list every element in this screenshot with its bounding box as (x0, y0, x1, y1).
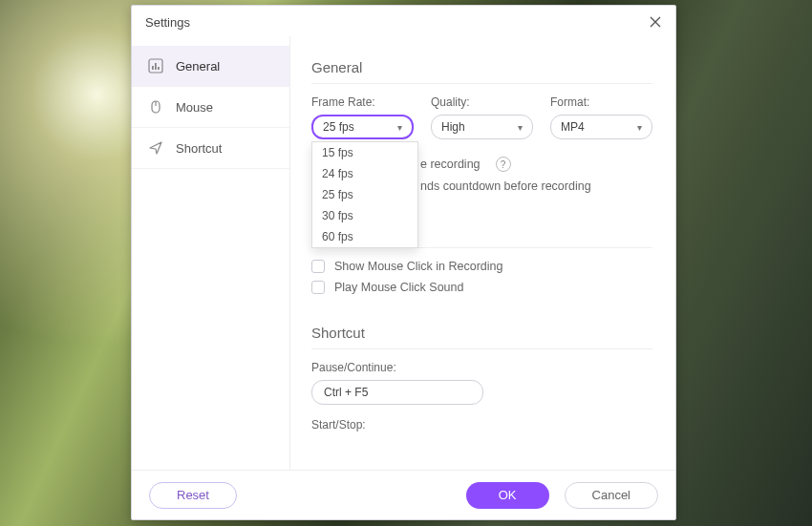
svg-rect-2 (155, 63, 157, 70)
window-title: Settings (145, 15, 190, 30)
section-heading-shortcut: Shortcut (311, 325, 652, 341)
frame-rate-option[interactable]: 15 fps (312, 142, 417, 163)
help-icon[interactable]: ? (496, 157, 511, 172)
countdown-row: nds countdown before recording (420, 179, 652, 193)
frame-rate-option[interactable]: 60 fps (312, 226, 417, 247)
quality-select[interactable]: High ▾ (431, 115, 533, 139)
hide-while-recording-row: e recording ? (420, 157, 652, 172)
hide-while-recording-label-partial: e recording (420, 158, 481, 171)
content-pane: General Frame Rate: 25 fps ▾ Quality: Hi… (290, 36, 675, 470)
dialog-body: General Mouse Shortcut General Frame Ra (132, 36, 675, 470)
checkbox-icon[interactable] (311, 260, 325, 273)
dialog-footer: Reset OK Cancel (132, 470, 675, 519)
frame-rate-option[interactable]: 30 fps (312, 205, 417, 226)
frame-rate-dropdown[interactable]: 15 fps 24 fps 25 fps 30 fps 60 fps (311, 141, 418, 248)
settings-dialog: Settings General Mouse S (131, 5, 676, 520)
frame-rate-col: Frame Rate: 25 fps ▾ (311, 95, 414, 139)
divider (311, 348, 652, 349)
frame-rate-option[interactable]: 24 fps (312, 163, 417, 184)
sidebar: General Mouse Shortcut (132, 36, 290, 470)
frame-rate-value: 25 fps (323, 120, 354, 134)
reset-button[interactable]: Reset (149, 482, 237, 509)
close-icon (650, 16, 661, 28)
sidebar-item-mouse[interactable]: Mouse (132, 87, 289, 128)
close-button[interactable] (645, 11, 666, 32)
quality-value: High (441, 120, 465, 134)
cancel-button[interactable]: Cancel (565, 482, 658, 509)
sidebar-item-label: Mouse (176, 100, 213, 115)
titlebar: Settings (132, 6, 675, 36)
frame-rate-label: Frame Rate: (311, 95, 414, 109)
barchart-icon (147, 57, 164, 74)
section-heading-general: General (311, 59, 652, 75)
sidebar-item-shortcut[interactable]: Shortcut (132, 128, 289, 169)
pause-label: Pause/Continue: (311, 361, 652, 374)
pause-shortcut-input[interactable] (311, 380, 483, 405)
sidebar-item-label: Shortcut (176, 141, 222, 156)
show-click-label: Show Mouse Click in Recording (334, 260, 502, 273)
countdown-label-partial: nds countdown before recording (420, 179, 591, 193)
format-select[interactable]: MP4 ▾ (550, 115, 652, 139)
svg-rect-3 (158, 67, 160, 70)
frame-rate-option[interactable]: 25 fps (312, 184, 417, 205)
frame-rate-select[interactable]: 25 fps ▾ (311, 115, 414, 139)
quality-label: Quality: (431, 95, 533, 109)
chevron-down-icon: ▾ (637, 122, 642, 133)
checkbox-icon[interactable] (311, 281, 325, 294)
footer-right: OK Cancel (466, 482, 658, 509)
chevron-down-icon: ▾ (397, 122, 402, 133)
format-value: MP4 (561, 120, 585, 134)
chevron-down-icon: ▾ (518, 122, 523, 133)
divider (311, 83, 652, 84)
format-col: Format: MP4 ▾ (550, 95, 652, 139)
show-click-row[interactable]: Show Mouse Click in Recording (311, 260, 652, 273)
ok-button[interactable]: OK (466, 482, 549, 509)
mouse-icon (147, 98, 164, 116)
general-selects-row: Frame Rate: 25 fps ▾ Quality: High ▾ For… (311, 95, 652, 139)
quality-col: Quality: High ▾ (431, 95, 533, 139)
play-sound-label: Play Mouse Click Sound (334, 281, 463, 294)
sidebar-item-general[interactable]: General (132, 46, 289, 87)
sidebar-item-label: General (176, 59, 220, 74)
start-label: Start/Stop: (311, 418, 652, 431)
send-icon (147, 139, 164, 157)
svg-rect-1 (152, 66, 154, 70)
play-sound-row[interactable]: Play Mouse Click Sound (311, 281, 652, 294)
format-label: Format: (550, 95, 652, 109)
